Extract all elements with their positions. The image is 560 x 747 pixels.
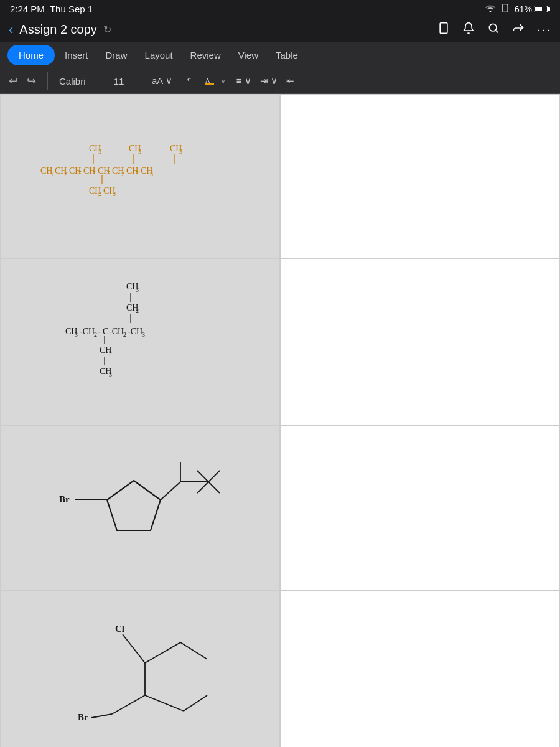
redo-button[interactable]: ↪ <box>27 74 36 88</box>
cell-structure3-left: Br <box>0 426 280 590</box>
day: Thu Sep 1 <box>50 4 93 14</box>
bell-icon[interactable] <box>462 22 475 37</box>
svg-text:3: 3 <box>75 331 78 338</box>
highlight-button[interactable]: A <box>202 74 217 88</box>
battery-percentage: 61% <box>515 4 532 14</box>
svg-text:3: 3 <box>138 148 141 155</box>
svg-text:-CH: -CH <box>128 327 142 336</box>
structure4-svg: Cl Br <box>53 614 227 739</box>
format-group-para: ¶ A ∨ <box>184 74 225 88</box>
svg-text:-: - <box>136 166 139 176</box>
cell-structure2-right <box>280 258 560 426</box>
svg-text:3: 3 <box>113 190 116 197</box>
tab-table[interactable]: Table <box>267 44 307 67</box>
indent-button[interactable]: ⇥ ∨ <box>258 74 280 88</box>
svg-line-72 <box>112 695 145 714</box>
structure3-svg: Br <box>53 451 227 563</box>
toolbar-divider2 <box>138 72 138 90</box>
format-bar: ↩ ↪ Calibri 11 aA ∨ ¶ A ∨ ≡ ∨ ⇥ ∨ ⇤ <box>0 68 560 94</box>
tab-draw[interactable]: Draw <box>97 44 136 67</box>
svg-text:-CH: -CH <box>109 327 124 336</box>
tab-view[interactable]: View <box>230 44 267 67</box>
text-format-button[interactable]: aA ∨ <box>149 74 175 88</box>
svg-text:-: - <box>107 166 110 176</box>
svg-text:3: 3 <box>150 171 153 177</box>
svg-rect-6 <box>205 83 214 85</box>
status-right: 61% <box>485 4 550 14</box>
document-title: Assign 2 copy <box>19 22 97 37</box>
svg-text:¶: ¶ <box>187 77 191 85</box>
format-group-text: aA ∨ <box>149 74 175 88</box>
svg-text:Br: Br <box>59 494 70 504</box>
svg-text:3: 3 <box>98 148 101 155</box>
title-bar: ‹ Assign 2 copy ↻ <box>0 18 560 42</box>
time: 2:24 PM <box>10 4 45 14</box>
tab-review[interactable]: Review <box>182 44 230 67</box>
title-actions: ··· <box>437 22 551 37</box>
cell-structure2-left: CH 3 CH 2 CH 3 -CH 2 - C -CH 2 -CH 3 <box>0 258 280 426</box>
structure1-svg: CH 3 CH 3 CH 3 CH 3 CH 2 CH - CH - CH <box>34 138 246 212</box>
structure4-display: Cl Br <box>53 614 227 741</box>
cell-structure3-right <box>280 426 560 590</box>
dedent-button[interactable]: ⇤ <box>284 74 297 88</box>
toolbar-tabs: Home Insert Draw Layout Review View Tabl… <box>0 42 560 68</box>
structure2-display: CH 3 CH 2 CH 3 -CH 2 - C -CH 2 -CH 3 <box>59 278 221 405</box>
highlight-chevron[interactable]: ∨ <box>221 78 225 85</box>
svg-text:-CH: -CH <box>80 327 95 336</box>
svg-marker-59 <box>107 481 161 530</box>
svg-text:Cl: Cl <box>115 624 124 634</box>
phone-icon <box>501 4 510 14</box>
list-button[interactable]: ≡ ∨ <box>234 74 254 88</box>
more-icon[interactable]: ··· <box>537 22 551 37</box>
undo-button[interactable]: ↩ <box>9 74 18 88</box>
svg-line-61 <box>75 499 107 500</box>
wifi-icon <box>485 4 496 14</box>
font-size[interactable]: 11 <box>111 76 126 87</box>
svg-text:2: 2 <box>94 331 97 338</box>
svg-line-70 <box>180 642 207 659</box>
battery-icon <box>534 6 550 12</box>
svg-text:3: 3 <box>50 171 53 177</box>
svg-text:2: 2 <box>136 308 139 314</box>
tab-home[interactable]: Home <box>7 45 55 65</box>
svg-text:2: 2 <box>64 171 67 177</box>
svg-line-68 <box>123 634 145 663</box>
svg-text:3: 3 <box>142 331 145 338</box>
svg-point-2 <box>490 24 497 31</box>
svg-rect-1 <box>440 23 447 34</box>
tab-insert[interactable]: Insert <box>56 44 97 67</box>
structure2-svg: CH 3 CH 2 CH 3 -CH 2 - C -CH 2 -CH 3 <box>59 278 221 403</box>
svg-text:-: - <box>98 327 101 336</box>
svg-text:3: 3 <box>109 371 112 378</box>
font-name[interactable]: Calibri <box>59 76 103 87</box>
svg-line-69 <box>145 642 180 663</box>
back-button[interactable]: ‹ <box>9 23 13 37</box>
tab-layout[interactable]: Layout <box>136 44 182 67</box>
svg-line-3 <box>496 31 498 33</box>
svg-line-74 <box>91 714 112 718</box>
svg-text:Br: Br <box>78 712 88 722</box>
svg-text:2: 2 <box>109 350 112 357</box>
status-left: 2:24 PM Thu Sep 1 <box>10 4 93 14</box>
format-group-align: ≡ ∨ ⇥ ∨ ⇤ <box>234 74 297 88</box>
svg-text:2: 2 <box>98 190 101 197</box>
device-icon[interactable] <box>437 22 450 37</box>
svg-rect-0 <box>503 4 508 12</box>
svg-text:2: 2 <box>123 331 126 338</box>
share-icon[interactable] <box>512 22 525 37</box>
status-bar: 2:24 PM Thu Sep 1 61% <box>0 0 560 18</box>
search-icon[interactable] <box>487 22 500 37</box>
svg-text:-: - <box>93 166 96 176</box>
cell-structure1-left: CH 3 CH 3 CH 3 CH 3 CH 2 CH - CH - CH <box>0 94 280 258</box>
svg-line-75 <box>145 695 184 711</box>
structure3-display: Br <box>53 451 227 565</box>
paragraph-color-button[interactable]: ¶ <box>184 74 198 88</box>
toolbar-divider <box>47 72 48 90</box>
svg-text:3: 3 <box>179 148 182 155</box>
battery-indicator: 61% <box>515 4 550 14</box>
svg-line-76 <box>184 695 207 711</box>
structure1-display: CH 3 CH 3 CH 3 CH 3 CH 2 CH - CH - CH <box>34 138 246 215</box>
sync-icon[interactable]: ↻ <box>103 24 111 35</box>
svg-text:2: 2 <box>121 171 124 177</box>
svg-line-62 <box>161 482 180 500</box>
